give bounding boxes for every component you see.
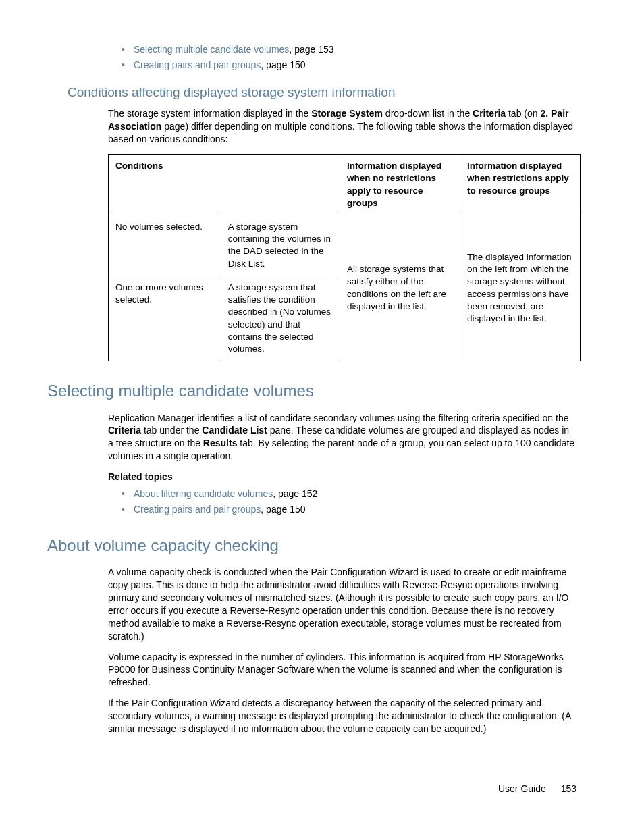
- footer-label: User Guide: [498, 783, 546, 794]
- text: tab (on: [506, 108, 540, 119]
- text: tab under the: [141, 425, 202, 436]
- th-restrictions: Information displayed when restrictions …: [460, 155, 580, 215]
- page-ref: , page 150: [261, 504, 305, 515]
- list-item: About filtering candidate volumes, page …: [122, 488, 576, 500]
- list-item: Creating pairs and pair groups, page 150: [122, 503, 576, 516]
- bold-text: Candidate List: [202, 425, 267, 436]
- section2-para: Replication Manager identifies a list of…: [108, 412, 576, 463]
- section1-para: The storage system information displayed…: [108, 107, 576, 146]
- conditions-table: Conditions Information displayed when no…: [108, 154, 581, 361]
- link-about-filtering[interactable]: About filtering candidate volumes: [134, 488, 273, 499]
- text: page) differ depending on multiple condi…: [108, 121, 573, 145]
- td-merged-info: All storage systems that satisfy either …: [340, 215, 460, 361]
- related-link-list: About filtering candidate volumes, page …: [122, 488, 576, 516]
- link-selecting-volumes[interactable]: Selecting multiple candidate volumes: [134, 44, 289, 55]
- list-item: Creating pairs and pair groups, page 150: [122, 59, 576, 72]
- link-creating-pairs[interactable]: Creating pairs and pair groups: [134, 59, 261, 70]
- text: drop-down list in the: [383, 108, 473, 119]
- section3-p3: If the Pair Configuration Wizard detects…: [108, 697, 576, 735]
- table-header-row: Conditions Information displayed when no…: [109, 155, 581, 215]
- section3-p2: Volume capacity is expressed in the numb…: [108, 651, 576, 689]
- td-merged-restrict: The displayed information on the left fr…: [460, 215, 580, 361]
- link-creating-pairs-2[interactable]: Creating pairs and pair groups: [134, 504, 261, 515]
- heading-selecting-multiple: Selecting multiple candidate volumes: [47, 380, 576, 402]
- td-desc1: A storage system containing the volumes …: [221, 215, 340, 276]
- list-item: Selecting multiple candidate volumes, pa…: [122, 43, 576, 56]
- heading-volume-capacity: About volume capacity checking: [47, 535, 576, 556]
- related-topics-label: Related topics: [108, 471, 576, 484]
- bold-text: Criteria: [473, 108, 506, 119]
- bold-text: Results: [203, 438, 238, 448]
- text: Replication Manager identifies a list of…: [108, 413, 569, 423]
- th-no-restrictions: Information displayed when no restrictio…: [340, 155, 460, 215]
- bold-text: Storage System: [311, 108, 383, 119]
- text: The storage system information displayed…: [108, 108, 311, 119]
- td-cond1: No volumes selected.: [109, 215, 221, 276]
- td-desc2: A storage system that satisfies the cond…: [221, 276, 340, 361]
- page-footer: User Guide 153: [68, 783, 576, 796]
- section3-p1: A volume capacity check is conducted whe…: [108, 566, 576, 642]
- td-cond2: One or more volumes selected.: [109, 276, 221, 361]
- page-ref: , page 153: [289, 44, 333, 55]
- footer-page-number: 153: [561, 783, 576, 794]
- page-ref: , page 150: [261, 59, 305, 70]
- top-link-list: Selecting multiple candidate volumes, pa…: [122, 43, 576, 72]
- table-row: No volumes selected. A storage system co…: [109, 215, 581, 276]
- th-conditions: Conditions: [109, 155, 340, 215]
- page-ref: , page 152: [273, 488, 317, 499]
- heading-conditions: Conditions affecting displayed storage s…: [68, 84, 576, 101]
- bold-text: Criteria: [108, 425, 141, 436]
